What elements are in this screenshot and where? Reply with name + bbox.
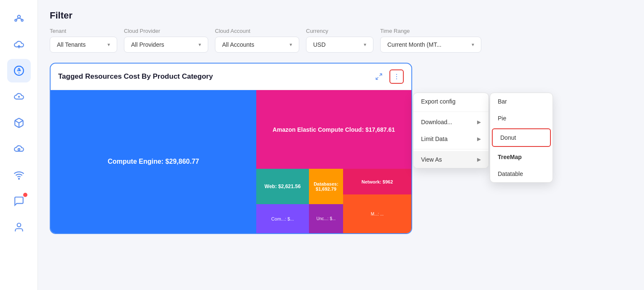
- submenu-item-pie[interactable]: Pie: [490, 110, 553, 127]
- svg-point-8: [18, 178, 19, 179]
- filter-value-currency: USD: [313, 41, 326, 48]
- context-menu-label-view-as: View As: [421, 156, 442, 163]
- svg-line-4: [19, 18, 22, 19]
- filter-select-cloud-provider[interactable]: All Providers ▾: [124, 37, 208, 53]
- context-menu-item-export[interactable]: Export config: [413, 93, 488, 110]
- sidebar-item-billing[interactable]: [7, 59, 31, 82]
- filter-select-time-range[interactable]: Current Month (MT... ▾: [380, 37, 481, 53]
- treemap-col2: Databases: $1,692.79 Unc...: $...: [309, 169, 343, 233]
- sidebar-item-cloud-network[interactable]: [7, 7, 31, 30]
- treemap-col1: Web: $2,621.56 Com...: $...: [256, 169, 309, 233]
- treemap-right: Amazon Elastic Compute Cloud: $17,687.61…: [256, 90, 411, 233]
- filter-row: Tenant All Tenants ▾ Cloud Provider All …: [50, 28, 632, 53]
- main-content: Filter Tenant All Tenants ▾ Cloud Provid…: [38, 0, 644, 290]
- submenu-label-donut: Donut: [500, 134, 516, 141]
- chevron-down-icon: ▾: [199, 42, 201, 48]
- submenu-item-donut[interactable]: Donut: [492, 128, 551, 147]
- treemap-col3: Network: $962 M...: ...: [343, 169, 411, 233]
- treemap-cell-databases: Databases: $1,692.79: [309, 169, 343, 204]
- treemap-cell-compute-engine: Compute Engine: $29,860.77: [51, 90, 256, 233]
- arrow-icon: ▶: [477, 157, 481, 162]
- treemap-label-amazon-ec2: Amazon Elastic Compute Cloud: $17,687.61: [273, 126, 395, 133]
- context-menu-label-export: Export config: [421, 98, 456, 105]
- context-menu-divider-2: [413, 149, 488, 149]
- filter-label-currency: Currency: [306, 28, 373, 34]
- sidebar-item-cloud-shield[interactable]: [7, 85, 31, 109]
- arrow-icon: ▶: [477, 119, 481, 125]
- context-menu-item-view-as[interactable]: View As ▶: [413, 151, 488, 168]
- filter-select-currency[interactable]: USD ▾: [306, 37, 373, 53]
- sidebar-item-chat[interactable]: [7, 189, 31, 213]
- treemap-label-m: M...: ...: [371, 212, 384, 216]
- filter-group-time-range: Time Range Current Month (MT... ▾: [380, 28, 481, 53]
- filter-group-cloud-provider: Cloud Provider All Providers ▾: [124, 28, 208, 53]
- filter-label-cloud-account: Cloud Account: [215, 28, 299, 34]
- chevron-down-icon: ▾: [107, 42, 110, 48]
- submenu-item-datatable[interactable]: Datatable: [490, 165, 553, 182]
- sidebar-item-cube[interactable]: [7, 111, 31, 135]
- svg-line-11: [376, 77, 378, 80]
- sidebar-item-cloud-sync[interactable]: [7, 33, 31, 56]
- treemap-cell-com: Com...: $...: [256, 204, 309, 233]
- expand-button[interactable]: [372, 69, 386, 84]
- treemap-bottom-right: Web: $2,621.56 Com...: $... Databases: $…: [256, 169, 411, 233]
- chart-actions: [372, 69, 404, 84]
- chevron-down-icon: ▾: [364, 42, 366, 48]
- treemap-label-databases: Databases: $1,692.79: [311, 181, 341, 192]
- context-menu: Export config Download... ▶ Limit Data ▶…: [413, 93, 489, 168]
- treemap-label-web: Web: $2,621.56: [265, 184, 301, 189]
- chevron-down-icon: ▾: [290, 42, 292, 48]
- svg-point-0: [17, 15, 20, 18]
- svg-point-13: [396, 76, 397, 77]
- treemap-label-unc: Unc...: $...: [317, 216, 336, 221]
- filter-label-time-range: Time Range: [380, 28, 481, 34]
- filter-value-cloud-provider: All Providers: [131, 41, 164, 48]
- chat-badge: [23, 193, 27, 197]
- submenu-label-treemap: TreeMap: [498, 154, 522, 160]
- filter-value-tenant: All Tenants: [57, 41, 86, 48]
- sidebar-item-wifi[interactable]: [7, 163, 31, 187]
- filter-label-cloud-provider: Cloud Provider: [124, 28, 208, 34]
- chevron-down-icon: ▾: [472, 42, 474, 48]
- svg-point-14: [396, 78, 397, 79]
- submenu-item-treemap[interactable]: TreeMap: [490, 149, 553, 165]
- submenu-label-datatable: Datatable: [498, 170, 523, 177]
- treemap-cell-m: M...: ...: [343, 194, 411, 233]
- svg-point-9: [17, 223, 21, 227]
- filter-value-time-range: Current Month (MT...: [387, 41, 441, 48]
- svg-line-10: [380, 74, 382, 76]
- svg-point-1: [15, 19, 16, 21]
- sidebar-item-user[interactable]: [7, 216, 31, 239]
- submenu-item-bar[interactable]: Bar: [490, 93, 553, 110]
- treemap: Compute Engine: $29,860.77 Amazon Elasti…: [51, 90, 411, 233]
- treemap-label-network: Network: $962: [362, 179, 393, 184]
- filter-group-currency: Currency USD ▾: [306, 28, 373, 53]
- chart-header: Tagged Resources Cost By Product Categor…: [51, 64, 411, 90]
- context-menu-item-download[interactable]: Download... ▶: [413, 114, 488, 130]
- filter-value-cloud-account: All Accounts: [222, 41, 254, 48]
- chart-title: Tagged Resources Cost By Product Categor…: [58, 72, 213, 81]
- chart-card: Tagged Resources Cost By Product Categor…: [50, 63, 412, 234]
- filter-group-cloud-account: Cloud Account All Accounts ▾: [215, 28, 299, 53]
- svg-point-12: [396, 74, 397, 75]
- submenu-label-bar: Bar: [498, 98, 507, 105]
- treemap-cell-unc: Unc...: $...: [309, 204, 343, 233]
- more-options-button[interactable]: [389, 69, 404, 84]
- context-menu-label-limit-data: Limit Data: [421, 136, 448, 142]
- context-menu-divider: [413, 112, 488, 112]
- treemap-cell-web: Web: $2,621.56: [256, 169, 309, 204]
- context-menu-item-limit-data[interactable]: Limit Data ▶: [413, 130, 488, 147]
- submenu: Bar Pie Donut TreeMap Datatable: [490, 93, 553, 183]
- filter-label-tenant: Tenant: [50, 28, 117, 34]
- sidebar: [0, 0, 38, 290]
- filter-select-cloud-account[interactable]: All Accounts ▾: [215, 37, 299, 53]
- treemap-label-com: Com...: $...: [271, 216, 294, 221]
- svg-line-3: [16, 18, 19, 19]
- treemap-cell-amazon-ec2: Amazon Elastic Compute Cloud: $17,687.61: [256, 90, 411, 169]
- sidebar-item-cloud-settings[interactable]: [7, 137, 31, 161]
- svg-point-7: [18, 149, 19, 150]
- filter-select-tenant[interactable]: All Tenants ▾: [50, 37, 117, 53]
- svg-point-2: [21, 19, 23, 21]
- filter-group-tenant: Tenant All Tenants ▾: [50, 28, 117, 53]
- submenu-label-pie: Pie: [498, 115, 506, 122]
